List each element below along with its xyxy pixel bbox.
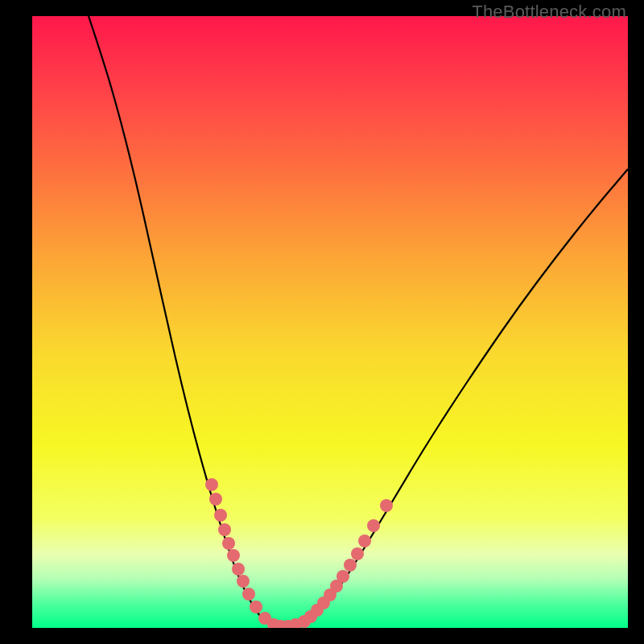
watermark-text: TheBottleneck.com (472, 2, 626, 23)
dots-bottom (267, 618, 302, 628)
dots-right-branch (298, 499, 393, 628)
data-dot (222, 537, 235, 550)
curve-layer (32, 16, 628, 628)
data-dot (242, 588, 255, 601)
data-dot (336, 570, 349, 583)
data-dot (214, 509, 227, 522)
data-dot (209, 493, 222, 506)
data-dot (367, 519, 380, 532)
data-dot (250, 601, 262, 613)
data-dot (218, 523, 231, 536)
data-dot (358, 535, 371, 547)
plot-area (32, 16, 628, 628)
data-dot (344, 559, 357, 572)
data-dot (237, 575, 250, 588)
data-dot (205, 478, 218, 491)
data-dot (232, 563, 245, 576)
dots-left-branch (205, 478, 271, 625)
data-dot (380, 499, 393, 512)
bottleneck-curve (89, 16, 628, 626)
data-dot (351, 547, 364, 560)
chart-frame: TheBottleneck.com (0, 0, 644, 644)
data-dot (227, 549, 240, 562)
